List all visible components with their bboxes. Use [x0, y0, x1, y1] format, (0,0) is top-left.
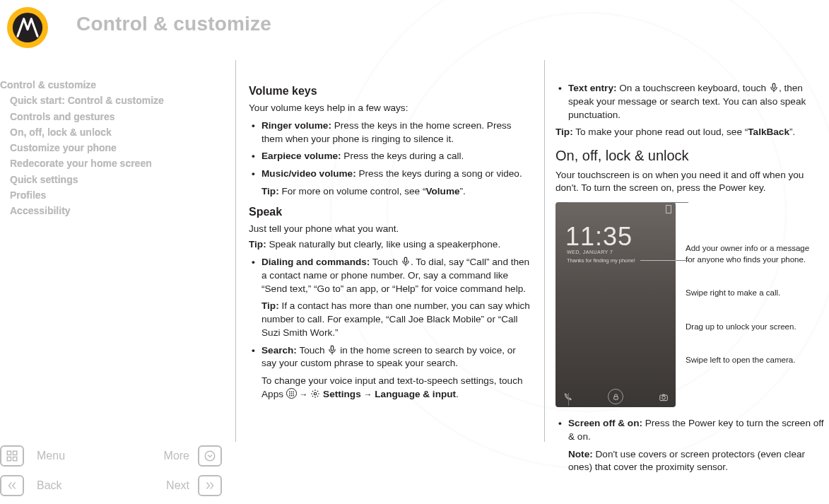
- column-divider-2: [544, 60, 545, 442]
- music-item: Music/video volume: Press the keys durin…: [249, 168, 533, 181]
- text-t1: On a touchscreen keyboard, touch: [617, 83, 769, 93]
- toc-item-accessibility[interactable]: Accessibility: [0, 204, 212, 219]
- next-button[interactable]: [198, 475, 222, 496]
- dialing-bold: Dialing and commands:: [261, 257, 370, 267]
- talkback-link[interactable]: TalkBack: [748, 127, 789, 137]
- apps-icon: [286, 388, 297, 399]
- dial-tip-text: If a contact has more than one number, y…: [261, 300, 530, 338]
- annot-owner: Add your owner info or a message for any…: [686, 243, 820, 265]
- tip-mid: For more on volume control, see: [279, 186, 423, 197]
- svg-point-5: [205, 451, 215, 461]
- svg-rect-2: [13, 451, 17, 455]
- svg-point-13: [290, 395, 292, 397]
- music-text: Press the keys during a song or video.: [356, 168, 522, 179]
- svg-point-9: [289, 393, 290, 394]
- speak-tip-text: Speak naturally but clearly, like using …: [266, 239, 500, 250]
- back-label[interactable]: Back: [34, 479, 110, 492]
- toc-item-on-off-lock[interactable]: On, off, lock & unlock: [0, 125, 212, 141]
- menu-button[interactable]: [0, 445, 24, 467]
- leader-line: [568, 393, 569, 406]
- volume-keys-heading: Volume keys: [249, 83, 533, 99]
- motorola-icon: [12, 12, 43, 43]
- mic-icon: [327, 345, 337, 355]
- toc-item-control-customize[interactable]: Control & customize: [0, 78, 212, 93]
- toc-item-controls-gestures[interactable]: Controls and gestures: [0, 110, 212, 125]
- lock-screen-illustration: 11:35 WED, JANUARY 7 Thanks for finding …: [555, 202, 825, 407]
- toc-item-profiles[interactable]: Profiles: [0, 188, 212, 204]
- voice-settings: To change your voice input and text-to-s…: [261, 375, 533, 402]
- next-label[interactable]: Next: [116, 479, 192, 492]
- note-text: Don't use covers or screen protectors (e…: [568, 449, 805, 473]
- bottom-nav: Menu More Back Next: [0, 443, 226, 498]
- toc-item-quick-start[interactable]: Quick start: Control & customize: [0, 93, 212, 109]
- dial-t1: Touch: [370, 257, 401, 267]
- text-entry-item: Text entry: On a touchscreen keyboard, t…: [555, 82, 825, 122]
- on-off-heading: On, off, lock & unlock: [555, 146, 825, 166]
- read-mid: To make your phone read out loud, see: [573, 127, 745, 137]
- menu-label[interactable]: Menu: [34, 450, 110, 462]
- gear-icon: [310, 389, 320, 399]
- earpiece-text: Press the keys during a call.: [341, 151, 464, 161]
- dialing-item: Dialing and commands: Touch . To dial, s…: [249, 256, 533, 340]
- dial-tip: Tip: If a contact has more than one numb…: [261, 300, 533, 339]
- search-t1: Touch: [297, 345, 328, 356]
- mic-icon: [769, 83, 779, 93]
- svg-point-11: [293, 393, 294, 394]
- music-bold: Music/video volume:: [261, 168, 356, 179]
- lock-icon: [608, 389, 623, 404]
- svg-point-17: [662, 396, 666, 399]
- text-entry-bold: Text entry:: [568, 83, 617, 93]
- svg-rect-1: [7, 451, 11, 455]
- camera-icon: [659, 392, 669, 402]
- arrow-icon: →: [300, 390, 308, 399]
- annot-call: Swipe right to make a call.: [686, 288, 820, 299]
- brand-logo: [7, 7, 48, 48]
- speak-tip: Tip: Speak naturally but clearly, like u…: [249, 238, 533, 252]
- svg-rect-18: [613, 397, 618, 399]
- content-column-1: Volume keys Your volume keys help in a f…: [249, 78, 533, 406]
- svg-point-6: [289, 391, 290, 392]
- more-label[interactable]: More: [116, 450, 192, 462]
- lock-date: WED, JANUARY 7: [567, 249, 613, 256]
- svg-point-15: [314, 392, 317, 395]
- toc-item-redecorate[interactable]: Redecorate your home screen: [0, 156, 212, 172]
- tip-label: Tip:: [249, 239, 266, 250]
- earpiece-bold: Earpiece volume:: [261, 151, 341, 161]
- earpiece-item: Earpiece volume: Press the keys during a…: [249, 150, 533, 163]
- search-item: Search: Touch in the home screen to sear…: [249, 344, 533, 402]
- mic-icon: [401, 257, 411, 266]
- language-input-link[interactable]: Language & input: [375, 389, 456, 399]
- screen-note: Note: Don't use covers or screen protect…: [568, 448, 825, 475]
- toc-item-quick-settings[interactable]: Quick settings: [0, 172, 212, 188]
- tip-label: Tip:: [261, 186, 279, 197]
- chevron-down-circle-icon: [204, 450, 216, 462]
- svg-point-14: [293, 395, 294, 397]
- speak-intro: Just tell your phone what you want.: [249, 223, 533, 236]
- tip-label: Tip:: [261, 300, 279, 311]
- svg-point-8: [293, 391, 294, 392]
- screen-bold: Screen off & on:: [568, 418, 642, 428]
- back-icon: [5, 480, 19, 491]
- svg-point-12: [289, 395, 290, 397]
- next-icon: [203, 480, 217, 491]
- table-of-contents: Control & customize Quick start: Control…: [0, 78, 212, 220]
- back-button[interactable]: [0, 475, 24, 496]
- toc-item-customize-phone[interactable]: Customize your phone: [0, 141, 212, 156]
- grid-icon: [6, 450, 18, 462]
- read-tip: Tip: To make your phone read out loud, s…: [555, 126, 825, 139]
- leader-line: [676, 260, 688, 261]
- volume-intro: Your volume keys help in a few ways:: [249, 102, 533, 115]
- phone-icon: [563, 392, 572, 402]
- annotations: Add your owner info or a message for any…: [686, 202, 820, 366]
- note-label: Note:: [568, 449, 593, 459]
- annot-camera: Swipe left to open the camera.: [686, 355, 820, 366]
- lock-message: Thanks for finding my phone!: [567, 257, 635, 264]
- battery-icon: [666, 205, 671, 213]
- ringer-bold: Ringer volume:: [261, 120, 331, 131]
- tip-label: Tip:: [555, 127, 573, 137]
- settings-link[interactable]: Settings: [323, 389, 361, 399]
- speak-heading: Speak: [249, 204, 533, 220]
- more-button[interactable]: [198, 445, 222, 467]
- svg-rect-3: [7, 457, 11, 461]
- volume-link[interactable]: Volume: [425, 186, 459, 197]
